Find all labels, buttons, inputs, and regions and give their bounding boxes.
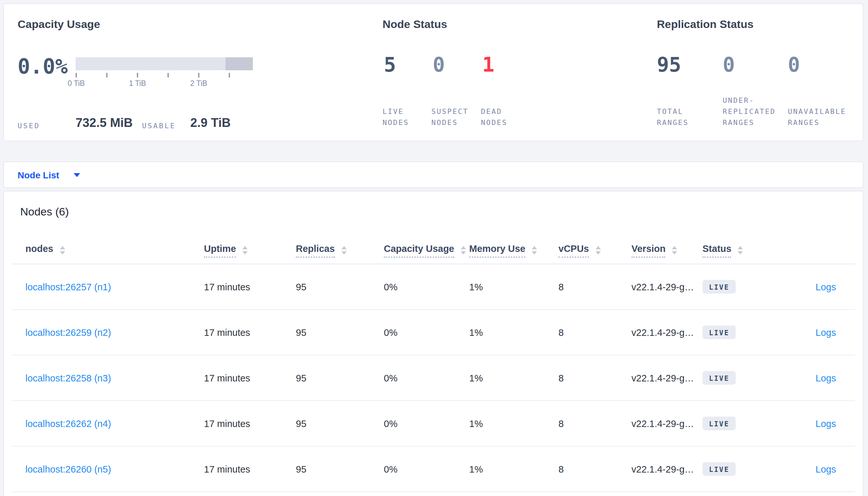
version-cell: v22.1.4-29-g… — [631, 418, 703, 429]
replicas-cell: 95 — [296, 281, 384, 292]
vcpus-cell: 8 — [558, 281, 631, 292]
status-cell: LIVE — [703, 280, 784, 294]
capacity-usage-percent: 0.0% — [18, 56, 68, 77]
sort-icon — [60, 246, 65, 254]
under-replicated-count: 0 — [723, 55, 735, 75]
logs-link[interactable]: Logs — [784, 327, 836, 338]
axis-tick-label: 1 TiB — [118, 79, 157, 87]
suspect-nodes-count: 0 — [433, 55, 445, 75]
axis-tick — [106, 73, 107, 77]
used-value: 732.5 MiB — [76, 116, 133, 130]
cluster-overview-page: Capacity Usage 0.0% 0 TiB 1 TiB 2 TiB US… — [0, 0, 868, 496]
memory-cell: 1% — [469, 418, 558, 429]
logs-link[interactable]: Logs — [784, 373, 836, 383]
cluster-summary-panel: Capacity Usage 0.0% 0 TiB 1 TiB 2 TiB US… — [3, 3, 864, 141]
replicas-cell: 95 — [296, 418, 384, 429]
node-link[interactable]: localhost:26258 (n3) — [26, 373, 204, 383]
capacity-cell: 0% — [384, 281, 469, 292]
capacity-cell: 0% — [384, 373, 469, 383]
column-header-memory-use[interactable]: Memory Use — [469, 243, 558, 258]
vcpus-cell: 8 — [558, 418, 631, 429]
live-nodes-label: LIVE NODES — [383, 106, 409, 128]
usable-label: USABLE — [142, 122, 176, 130]
dead-nodes-count: 1 — [482, 55, 494, 75]
logs-link[interactable]: Logs — [784, 464, 836, 474]
status-badge: LIVE — [703, 417, 736, 430]
column-header-replicas[interactable]: Replicas — [296, 243, 384, 258]
uptime-cell: 17 minutes — [204, 418, 296, 429]
memory-cell: 1% — [469, 281, 558, 292]
sort-icon — [242, 246, 248, 254]
status-cell: LIVE — [703, 417, 784, 430]
axis-tick — [76, 73, 77, 77]
version-cell: v22.1.4-29-g… — [631, 464, 703, 474]
capacity-usage-bar-segment — [225, 57, 253, 70]
capacity-usage-bar — [76, 57, 253, 70]
total-ranges-count: 95 — [657, 55, 681, 75]
sort-icon — [596, 246, 601, 254]
sort-icon — [672, 246, 677, 254]
replication-status-title: Replication Status — [657, 18, 754, 31]
node-link[interactable]: localhost:26257 (n1) — [26, 281, 204, 292]
vcpus-cell: 8 — [558, 464, 631, 474]
suspect-nodes-label: SUSPECT NODES — [431, 106, 468, 128]
memory-cell: 1% — [469, 327, 558, 338]
column-header-capacity-usage[interactable]: Capacity Usage — [384, 243, 469, 258]
status-cell: LIVE — [703, 371, 784, 385]
unavailable-count: 0 — [788, 55, 800, 75]
column-header-uptime[interactable]: Uptime — [204, 243, 296, 258]
live-nodes-count: 5 — [384, 55, 396, 75]
unavailable-label: UNAVAILABLE RANGES — [788, 106, 846, 128]
node-link[interactable]: localhost:26262 (n4) — [26, 418, 204, 429]
sort-icon — [738, 246, 743, 254]
column-header-vcpus[interactable]: vCPUs — [558, 243, 631, 258]
node-link[interactable]: localhost:26260 (n5) — [26, 464, 204, 474]
status-badge: LIVE — [703, 280, 736, 294]
uptime-cell: 17 minutes — [204, 281, 296, 292]
axis-tick — [198, 73, 199, 77]
view-selector-label: Node List — [18, 170, 59, 180]
sort-icon — [461, 246, 466, 254]
node-link[interactable]: localhost:26259 (n2) — [26, 327, 204, 338]
vcpus-cell: 8 — [558, 373, 631, 383]
column-header-status[interactable]: Status — [703, 243, 784, 258]
table-row: localhost:26262 (n4) 17 minutes 95 0% 1%… — [12, 401, 855, 447]
table-row: localhost:26259 (n2) 17 minutes 95 0% 1%… — [12, 310, 855, 355]
table-row: localhost:26258 (n3) 17 minutes 95 0% 1%… — [12, 355, 855, 401]
replicas-cell: 95 — [296, 327, 384, 338]
table-row: localhost:26257 (n1) 17 minutes 95 0% 1%… — [12, 264, 855, 310]
capacity-usage-title: Capacity Usage — [18, 18, 100, 31]
axis-tick — [229, 73, 230, 77]
status-badge: LIVE — [703, 325, 736, 339]
axis-tick-label: 2 TiB — [179, 79, 218, 87]
axis-tick-label: 0 TiB — [57, 79, 96, 87]
total-ranges-label: TOTAL RANGES — [657, 106, 689, 128]
axis-tick — [137, 73, 138, 77]
logs-link[interactable]: Logs — [784, 281, 836, 292]
under-replicated-label: UNDER- REPLICATED RANGES — [723, 95, 776, 128]
logs-link[interactable]: Logs — [784, 418, 836, 429]
capacity-cell: 0% — [384, 327, 469, 338]
replicas-cell: 95 — [296, 373, 384, 383]
uptime-cell: 17 minutes — [204, 464, 296, 474]
status-badge: LIVE — [703, 462, 736, 476]
uptime-cell: 17 minutes — [204, 373, 296, 383]
node-status-title: Node Status — [383, 18, 447, 31]
axis-tick — [167, 73, 169, 77]
view-selector-dropdown[interactable]: Node List — [3, 161, 864, 188]
vcpus-cell: 8 — [558, 327, 631, 338]
replicas-cell: 95 — [296, 464, 384, 474]
status-badge: LIVE — [703, 371, 736, 385]
capacity-cell: 0% — [384, 418, 469, 429]
table-body: localhost:26257 (n1) 17 minutes 95 0% 1%… — [12, 264, 855, 492]
column-header-nodes[interactable]: nodes — [26, 243, 204, 258]
version-cell: v22.1.4-29-g… — [631, 281, 703, 292]
column-header-version[interactable]: Version — [631, 243, 703, 258]
uptime-cell: 17 minutes — [204, 327, 296, 338]
table-row: localhost:26260 (n5) 17 minutes 95 0% 1%… — [12, 447, 855, 492]
capacity-cell: 0% — [384, 464, 469, 474]
nodes-section-title: Nodes (6) — [20, 206, 69, 219]
status-cell: LIVE — [703, 325, 784, 339]
usable-value: 2.9 TiB — [190, 116, 231, 130]
status-cell: LIVE — [703, 462, 784, 476]
